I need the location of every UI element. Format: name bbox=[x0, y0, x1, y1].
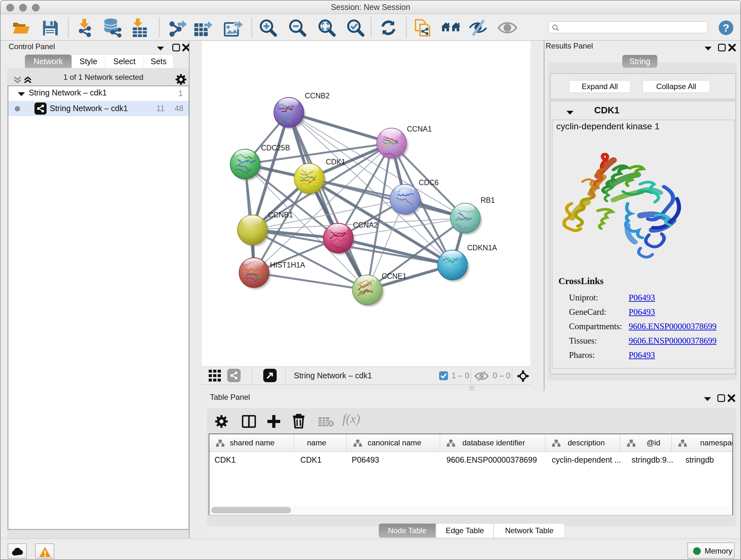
svg-text:CDKN1A: CDKN1A bbox=[467, 244, 497, 252]
svg-text:HIST1H1A: HIST1H1A bbox=[270, 261, 306, 269]
svg-text:RB1: RB1 bbox=[481, 196, 495, 204]
svg-text:CDC6: CDC6 bbox=[419, 179, 439, 187]
svg-text:CCNA2: CCNA2 bbox=[353, 221, 378, 229]
svg-text:CCNE1: CCNE1 bbox=[382, 272, 407, 280]
svg-text:CCNA1: CCNA1 bbox=[407, 125, 432, 133]
svg-text:CDC25B: CDC25B bbox=[261, 144, 290, 152]
svg-text:CDK1: CDK1 bbox=[326, 158, 345, 166]
svg-text:CCNB1: CCNB1 bbox=[268, 211, 293, 219]
svg-text:CCNB2: CCNB2 bbox=[305, 91, 330, 100]
svg-text:?: ? bbox=[723, 22, 730, 34]
